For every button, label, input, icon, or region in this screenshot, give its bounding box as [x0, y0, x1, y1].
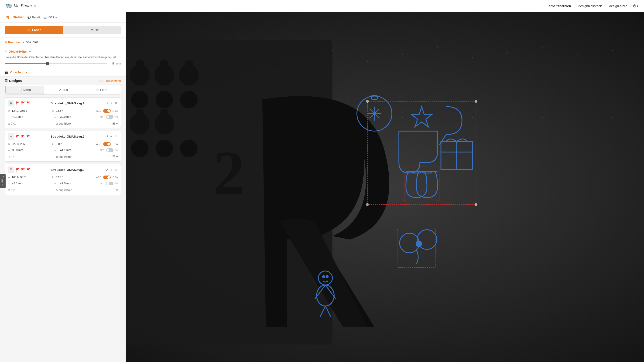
design-2-height-group: ∞ ↕ 41.1 mm	[54, 149, 98, 152]
height-slider[interactable]	[5, 63, 107, 64]
design-tabs: 📄 Datei A Text ♡ Form	[5, 85, 121, 94]
design-1-abc-toggle[interactable]	[103, 109, 111, 113]
power-button[interactable]: ⏻ ▾	[633, 4, 638, 8]
design-3-oba-label: ΩBA	[112, 176, 118, 179]
design-2-abc-label: ABC	[96, 143, 101, 145]
design-1-add-button[interactable]: +	[110, 101, 113, 105]
logo-text: Mr. Beam	[14, 3, 32, 8]
design-2-abc-toggle[interactable]	[103, 142, 111, 146]
design-2-close-button[interactable]: ✕	[114, 134, 118, 139]
design-3-height-val: 47.0 mm	[60, 182, 71, 185]
design-2-menu-button[interactable]: ☰ ▾	[112, 155, 118, 159]
design-3-footer: ⊞ 1×1 ⧉ duplizieren ☰ ▾	[8, 188, 118, 192]
svg-point-49	[630, 152, 631, 153]
design-2-width-icon: ↔	[8, 149, 11, 152]
design-2-height-icon: ↕	[57, 149, 59, 152]
tab-datei[interactable]: 📄 Datei	[5, 86, 44, 94]
svg-point-106	[131, 140, 148, 157]
svg-point-95	[156, 91, 173, 108]
svg-point-38	[402, 117, 403, 118]
design-1-grid-icon: ⊞	[8, 122, 10, 125]
vorschau-button[interactable]: 📷 Vorschau: ▾	[5, 70, 121, 74]
laser-button[interactable]: 🔆 Laser	[5, 26, 63, 34]
design-3-abc-label: ABC	[96, 176, 101, 179]
svg-point-62	[594, 222, 596, 223]
svg-point-32	[630, 81, 631, 83]
design-3-add-button[interactable]: +	[110, 167, 113, 172]
svg-point-55	[594, 186, 596, 188]
nav-designbibliothek[interactable]: designbibliothek	[578, 4, 602, 8]
svg-point-87	[136, 60, 144, 68]
design-2-grid: ⊞ 1×1	[8, 155, 16, 159]
form-icon: ♡	[96, 88, 99, 91]
svg-point-108	[180, 140, 198, 157]
design-3-menu-icon: ☰	[112, 188, 116, 192]
nav-design-store[interactable]: design-store	[609, 4, 627, 8]
design-2-rot-icon: ↻	[52, 142, 54, 146]
design-2-width-group: ↔ 36.8 mm	[8, 149, 52, 152]
svg-point-74	[594, 292, 596, 293]
nav-arbeitsbereich[interactable]: arbeitsbereich	[549, 4, 571, 8]
design-2-oba-label: ΩBA	[112, 143, 118, 145]
design-2-right-icons: ↺ + ✕	[105, 134, 118, 139]
design-3-abc-toggle[interactable]	[103, 176, 111, 179]
design-3-width-icon: ↔	[8, 182, 11, 185]
vorschau-section: 📷 Vorschau: ▾	[0, 68, 126, 77]
slider-thumb[interactable]	[46, 62, 50, 65]
design-2-height-val: 41.1 mm	[60, 149, 71, 152]
objekt-header[interactable]: ⇕ Objekt-Höhe: ▾	[5, 50, 121, 53]
design-card-2-header: ❄ 🚩 🚩 🚩 Streudeko_XMAS.svg.2 ↺ + ✕	[8, 133, 118, 140]
design-1-oba-toggle[interactable]	[106, 115, 114, 119]
design-1-close-button[interactable]: ✕	[114, 101, 118, 105]
tab-text[interactable]: A Text	[44, 85, 83, 94]
main-nav: arbeitsbereich designbibliothek design-s…	[549, 4, 627, 8]
svg-point-16	[437, 46, 438, 48]
svg-point-124	[416, 241, 422, 247]
design-2-mm-label: mm	[100, 149, 104, 152]
design-2-name: Streudeko_XMAS.svg.2	[50, 135, 84, 138]
svg-point-132	[326, 276, 328, 278]
text-icon: A	[59, 88, 61, 91]
design-2-duplicate-button[interactable]: ⧉ duplizieren	[56, 155, 72, 159]
objekt-chevron: ▾	[29, 50, 31, 53]
design-1-menu-button[interactable]: ☰ ▾	[112, 121, 118, 126]
design-3-close-button[interactable]: ✕	[114, 167, 118, 172]
svg-point-136	[366, 100, 369, 103]
pause-button[interactable]: ⏸ Pause	[63, 26, 121, 34]
design-3-duplicate-button[interactable]: ⧉ duplizieren	[56, 189, 72, 192]
tab-form[interactable]: ♡ Form	[82, 85, 121, 94]
design-1-pos-icon: ✥	[8, 109, 10, 113]
design-3-right-icons: ↺ + ✕	[105, 167, 118, 172]
design-1-grid-val: 1×1	[11, 122, 16, 125]
design-3-size-row: ↔ 48.1 mm ∞ ↕ 47.0 mm mm %	[8, 182, 118, 185]
design-1-duplicate-button[interactable]: ⧉ duplizieren	[56, 122, 72, 125]
design-2-oba-toggle[interactable]	[106, 148, 114, 152]
design-1-undo-button[interactable]: ↺	[105, 101, 108, 105]
action-buttons: 🔆 Laser ⏸ Pause	[0, 22, 126, 38]
design-2-pos-icon: ✥	[8, 142, 10, 146]
design-2-add-button[interactable]: +	[110, 134, 113, 139]
design-2-undo-button[interactable]: ↺	[105, 134, 108, 139]
design-1-oba-label: ΩBA	[112, 109, 118, 112]
logo-star: ✳	[34, 4, 36, 8]
svg-point-40	[542, 117, 543, 118]
designs-title: ☰ Designs	[5, 79, 22, 83]
design-3-rot-icon: ↻	[52, 176, 54, 179]
svg-point-19	[542, 46, 543, 48]
zurucksetzen-button[interactable]: ⊗ Zurücksetzen	[99, 79, 121, 83]
design-3-oba-toggle[interactable]	[106, 182, 114, 185]
design-1-flag-1: 🚩	[16, 101, 20, 105]
design-3-undo-button[interactable]: ↺	[105, 167, 108, 172]
svg-point-107	[156, 140, 173, 157]
design-3-menu-button[interactable]: ☰ ▾	[112, 188, 118, 192]
position-chevron[interactable]: ▾	[23, 40, 24, 44]
status-bar: [S] Status: ℹ Bereit 💬 Offline	[0, 12, 126, 22]
design-3-link-icon: ∞	[54, 182, 56, 185]
design-1-menu-chevron: ▾	[116, 121, 118, 126]
pause-icon: ⏸	[85, 28, 88, 32]
canvas-area[interactable]: 2	[126, 12, 644, 362]
design-2-left-icons: ❄ 🚩 🚩 🚩	[8, 133, 30, 140]
svg-point-17	[472, 57, 473, 58]
design-1-height-icon: ↕	[57, 115, 59, 119]
design-2-dup-icon: ⧉	[56, 155, 58, 159]
